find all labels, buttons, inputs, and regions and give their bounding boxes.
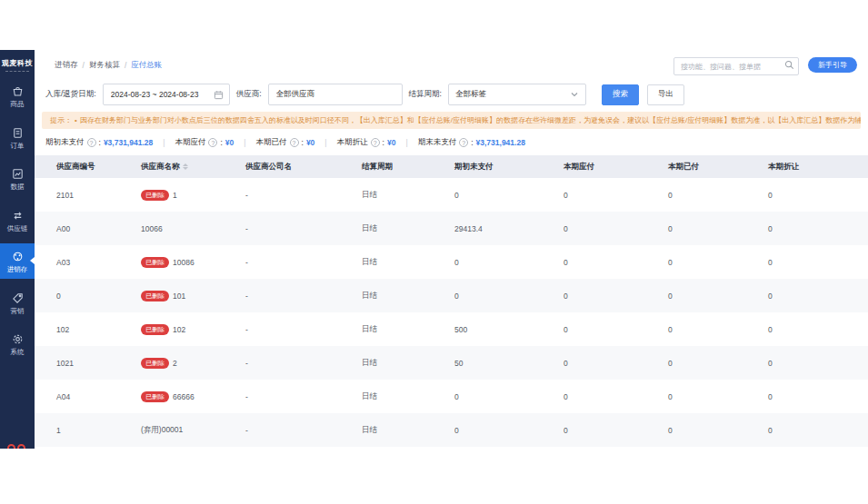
- app-logo: 观麦科技: [0, 50, 35, 68]
- sidebar-item-marketing[interactable]: 营销: [0, 285, 35, 321]
- table-row[interactable]: 1021 已删除 2 - 日结 50 0 0 0: [35, 346, 868, 380]
- sidebar-item-system[interactable]: 系统: [0, 326, 35, 361]
- col-header-opening-unpaid[interactable]: 期初未支付: [454, 162, 564, 173]
- supplier-input[interactable]: [268, 84, 403, 105]
- summary-current-discount: 本期折让 ? : ¥0: [337, 137, 396, 148]
- payable-table: 供应商编号 供应商名称 供应商公司名 结算周期 期初未支付 本期应付 本期已付 …: [35, 155, 868, 447]
- summary-label: 本期已付: [256, 137, 287, 148]
- table-body: 2101 已删除 1 - 日结 0 0 0 0 A00: [35, 178, 868, 447]
- cell-current-paid: 0: [668, 191, 768, 200]
- cell-settle-period: 日结: [362, 190, 454, 201]
- tag-icon: [11, 292, 25, 305]
- sidebar-item-supply-chain[interactable]: 供应链: [0, 203, 35, 238]
- cell-current-paid: 0: [668, 392, 768, 401]
- logo-subtext: [5, 71, 29, 72]
- help-icon[interactable]: ?: [208, 138, 217, 147]
- cell-supplier-name: 10066: [141, 224, 245, 233]
- search-button[interactable]: 搜索: [602, 84, 639, 105]
- sidebar-item-label: 系统: [11, 349, 25, 356]
- cell-supplier-code: 1021: [56, 359, 141, 368]
- summary-value: ¥0: [306, 138, 314, 147]
- calendar-icon: [214, 90, 224, 100]
- cell-current-paid: 0: [668, 258, 768, 267]
- summary-colon: :: [471, 138, 473, 147]
- cell-current-paid: 0: [668, 426, 768, 435]
- summary-current-paid: 本期已付 ? : ¥0: [256, 137, 315, 148]
- sidebar-item-inventory[interactable]: 进销存: [0, 243, 35, 279]
- help-icon[interactable]: ?: [290, 138, 299, 147]
- main-content: 进销存 / 财务核算 / 应付总账 新手引导 入库/退货日期: 供应商:: [35, 50, 868, 449]
- cell-supplier-name: 已删除 2: [141, 358, 245, 369]
- date-range-value[interactable]: [104, 84, 229, 104]
- cell-current-payable: 0: [564, 426, 668, 435]
- deleted-badge: 已删除: [141, 358, 169, 369]
- date-range-input[interactable]: [103, 84, 230, 105]
- cell-supplier-code: A03: [56, 258, 141, 267]
- deleted-badge: 已删除: [141, 190, 169, 201]
- help-icon[interactable]: ?: [87, 138, 96, 147]
- table-row[interactable]: A00 10066 - 日结 29413.4 0 0 0: [35, 212, 868, 245]
- sidebar-item-orders[interactable]: 订单: [0, 120, 35, 155]
- cell-current-discount: 0: [768, 292, 859, 301]
- cell-settle-period: 日结: [362, 324, 454, 335]
- supplier-filter-label: 供应商:: [236, 89, 262, 100]
- cell-settle-period: 日结: [362, 358, 454, 369]
- col-header-current-paid[interactable]: 本期已付: [668, 162, 768, 173]
- cell-opening-unpaid: 500: [454, 325, 564, 334]
- topbar: 进销存 / 财务核算 / 应付总账 新手引导: [35, 50, 868, 80]
- breadcrumb-item[interactable]: 进销存: [55, 60, 78, 71]
- table-row[interactable]: 1 (弃用)00001 - 日结 0 0 0 0: [35, 413, 868, 447]
- summary-value: ¥3,731,941.28: [104, 138, 153, 147]
- sidebar-item-label: 商品: [11, 101, 25, 108]
- cell-settle-period: 日结: [362, 291, 454, 301]
- supplier-name-text: 2: [173, 359, 177, 368]
- summary-bar: 期初未支付 ? : ¥3,731,941.28 | 本期应付 ? : ¥0 | …: [35, 129, 868, 155]
- hint-banner: 提示：•因存在财务部门与业务部门对小数点后三位的数据四舍五入的标准以及时间口径不…: [42, 112, 861, 129]
- col-header-supplier-name[interactable]: 供应商名称: [141, 162, 245, 173]
- summary-value: ¥0: [225, 138, 234, 147]
- inventory-icon: [11, 250, 25, 263]
- help-icon[interactable]: ?: [371, 138, 380, 147]
- cell-opening-unpaid: 50: [454, 359, 564, 368]
- guide-button[interactable]: 新手引导: [808, 57, 857, 73]
- col-header-supplier-code[interactable]: 供应商编号: [56, 162, 141, 173]
- breadcrumb-item[interactable]: 财务核算: [89, 60, 120, 71]
- cell-current-discount: 0: [768, 191, 859, 200]
- deleted-badge: 已删除: [141, 257, 169, 268]
- order-doc-icon: [11, 126, 25, 140]
- table-row[interactable]: A04 已删除 66666 - 日结 0 0 0 0: [35, 380, 868, 413]
- cell-supplier-code: 1: [56, 426, 141, 435]
- col-header-company-name[interactable]: 供应商公司名: [245, 162, 362, 173]
- hint-text: 因存在财务部门与业务部门对小数点后三位的数据四舍五入的标准以及时间口径不同，【出…: [80, 116, 861, 124]
- supplier-name-text: 102: [173, 325, 185, 334]
- col-header-settle-period[interactable]: 结算周期: [362, 162, 454, 173]
- sidebar-item-data[interactable]: 数据: [0, 161, 35, 196]
- table-row[interactable]: 0 已删除 101 - 日结 0 0 0 0: [35, 279, 868, 312]
- cell-current-paid: 0: [668, 359, 768, 368]
- period-select[interactable]: 全部标签: [448, 84, 586, 105]
- help-icon[interactable]: ?: [459, 138, 468, 147]
- table-row[interactable]: A03 已删除 10086 - 日结 0 0 0 0: [35, 245, 868, 279]
- cell-company-name: -: [245, 325, 362, 334]
- sidebar-item-goods[interactable]: 商品: [0, 78, 35, 114]
- summary-current-payable: 本期应付 ? : ¥0: [175, 137, 234, 148]
- cell-settle-period: 日结: [362, 223, 454, 234]
- table-row[interactable]: 102 已删除 102 - 日结 500 0 0 0: [35, 312, 868, 346]
- cell-opening-unpaid: 29413.4: [454, 224, 564, 233]
- export-button[interactable]: 导出: [647, 84, 684, 105]
- summary-value: ¥3,731,941.28: [476, 138, 525, 147]
- cell-current-discount: 0: [768, 392, 859, 401]
- table-row[interactable]: 2101 已删除 1 - 日结 0 0 0 0: [35, 178, 868, 212]
- cell-settle-period: 日结: [362, 257, 454, 268]
- sidebar-nav: 商品 订单 数据 供应链 进销存 营销: [0, 78, 35, 361]
- deleted-badge: 已删除: [141, 291, 169, 301]
- cell-company-name: -: [245, 359, 362, 368]
- global-search-input[interactable]: [673, 57, 799, 75]
- cell-supplier-name: 已删除 1: [141, 190, 245, 201]
- cell-supplier-code: 0: [56, 292, 141, 301]
- support-icon[interactable]: [7, 444, 25, 449]
- supplier-value[interactable]: [269, 84, 402, 104]
- sort-icon[interactable]: [183, 163, 188, 170]
- col-header-current-discount[interactable]: 本期折让: [768, 162, 859, 173]
- col-header-current-payable[interactable]: 本期应付: [564, 162, 668, 173]
